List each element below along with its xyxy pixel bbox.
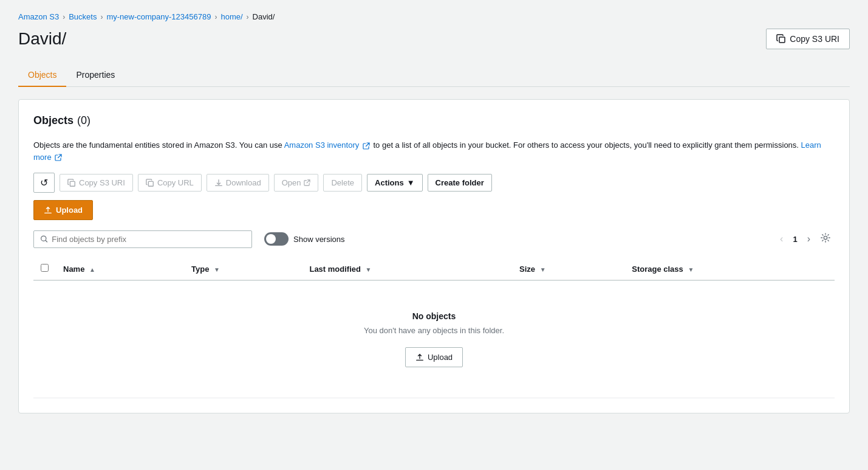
col-last-modified: Last modified ▼: [302, 258, 512, 280]
create-folder-button[interactable]: Create folder: [428, 174, 492, 192]
empty-upload-label: Upload: [428, 353, 453, 362]
empty-upload-button[interactable]: Upload: [405, 347, 463, 367]
current-page: 1: [789, 232, 801, 246]
versions-toggle[interactable]: [264, 232, 289, 246]
tab-objects[interactable]: Objects: [18, 64, 66, 87]
objects-description: Objects are the fundamental entities sto…: [33, 139, 835, 163]
show-versions-label: Show versions: [293, 235, 345, 244]
copy-url-icon: [146, 179, 154, 187]
copy-icon-header: [776, 34, 786, 44]
upload-button[interactable]: Upload: [33, 200, 93, 220]
refresh-button[interactable]: ↺: [33, 173, 55, 193]
open-label: Open: [282, 178, 301, 187]
objects-table: Name ▲ Type ▼ Last modified ▼ Size ▼: [33, 258, 835, 398]
header-row: David/ Copy S3 URI: [18, 29, 850, 49]
svg-rect-1: [70, 181, 75, 186]
objects-count: (0): [77, 114, 91, 127]
search-input[interactable]: [52, 235, 245, 244]
table-header: Name ▲ Type ▼ Last modified ▼ Size ▼: [33, 258, 835, 280]
copy-icon: [67, 179, 76, 187]
refresh-icon: ↺: [40, 178, 48, 188]
copy-s3-uri-button[interactable]: Copy S3 URI: [60, 174, 133, 192]
type-sort-icon[interactable]: ▼: [214, 266, 220, 273]
col-type: Type ▼: [184, 258, 302, 280]
svg-rect-0: [779, 37, 785, 43]
copy-s3-uri-label: Copy S3 URI: [79, 178, 125, 187]
inventory-link[interactable]: Amazon S3 inventory: [284, 140, 360, 150]
col-storage-class: Storage class ▼: [624, 258, 835, 280]
actions-label: Actions: [375, 178, 404, 187]
size-sort-icon[interactable]: ▼: [540, 266, 546, 273]
col-name: Name ▲: [56, 258, 184, 280]
empty-title: No objects: [53, 311, 815, 321]
svg-rect-2: [148, 181, 153, 186]
breadcrumb-amazon-s3[interactable]: Amazon S3: [18, 12, 59, 21]
col-size: Size ▼: [512, 258, 624, 280]
last-modified-sort-icon[interactable]: ▼: [366, 266, 372, 273]
toolbar-row-1: ↺ Copy S3 URI Copy URL Download Open Del…: [33, 173, 835, 193]
delete-button[interactable]: Delete: [323, 174, 362, 192]
storage-class-sort-icon[interactable]: ▼: [688, 266, 694, 273]
external-link-icon-learn-more: [55, 154, 62, 161]
search-row: Show versions ‹ 1 ›: [33, 230, 835, 248]
tabs-container: Objects Properties: [18, 64, 850, 87]
copy-url-label: Copy URL: [157, 178, 194, 187]
gear-icon: [820, 232, 831, 243]
table-body: No objects You don't have any objects in…: [33, 280, 835, 398]
breadcrumb-sep-4: ›: [247, 13, 249, 21]
svg-point-4: [824, 236, 827, 239]
open-external-icon: [304, 179, 310, 186]
create-folder-label: Create folder: [436, 178, 484, 187]
breadcrumb-sep-3: ›: [214, 13, 217, 21]
page-title: David/: [18, 29, 66, 49]
breadcrumb-bucket-name[interactable]: my-new-company-123456789: [106, 12, 211, 21]
prev-page-button[interactable]: ‹: [776, 231, 787, 247]
breadcrumb-sep-1: ›: [63, 13, 65, 21]
objects-card-title: Objects: [33, 114, 73, 127]
download-button[interactable]: Download: [207, 174, 269, 192]
table-header-row: Name ▲ Type ▼ Last modified ▼ Size ▼: [33, 258, 835, 280]
select-all-checkbox[interactable]: [41, 264, 49, 272]
empty-state: No objects You don't have any objects in…: [41, 287, 827, 392]
search-icon: [40, 235, 48, 243]
actions-button[interactable]: Actions ▼: [367, 174, 423, 192]
upload-icon: [44, 206, 52, 215]
breadcrumb-buckets[interactable]: Buckets: [69, 12, 97, 21]
show-versions-toggle-group: Show versions: [264, 232, 345, 246]
delete-label: Delete: [331, 178, 354, 187]
breadcrumb-home[interactable]: home/: [220, 12, 242, 21]
name-sort-asc-icon[interactable]: ▲: [89, 266, 95, 273]
pagination: ‹ 1 ›: [776, 230, 835, 248]
empty-state-row: No objects You don't have any objects in…: [33, 280, 835, 398]
search-box: [33, 230, 252, 248]
table-settings-button[interactable]: [816, 230, 835, 248]
select-all-col: [33, 258, 56, 280]
upload-icon-empty: [415, 353, 424, 362]
breadcrumb: Amazon S3 › Buckets › my-new-company-123…: [18, 12, 850, 21]
open-button[interactable]: Open: [274, 174, 319, 192]
copy-s3-uri-header-label: Copy S3 URI: [790, 34, 839, 44]
next-page-button[interactable]: ›: [804, 231, 814, 247]
empty-description: You don't have any objects in this folde…: [53, 326, 815, 335]
objects-card: Objects (0) Objects are the fundamental …: [18, 99, 850, 413]
breadcrumb-current: David/: [253, 12, 275, 21]
download-label: Download: [226, 178, 261, 187]
download-icon: [214, 179, 223, 187]
copy-url-button[interactable]: Copy URL: [138, 174, 202, 192]
actions-chevron-icon: ▼: [407, 178, 415, 187]
toggle-slider: [264, 232, 289, 246]
external-link-icon-inventory: [363, 142, 370, 150]
copy-s3-uri-header-button[interactable]: Copy S3 URI: [766, 29, 850, 49]
upload-label: Upload: [56, 206, 83, 215]
breadcrumb-sep-2: ›: [100, 13, 103, 21]
tab-properties[interactable]: Properties: [66, 64, 125, 87]
